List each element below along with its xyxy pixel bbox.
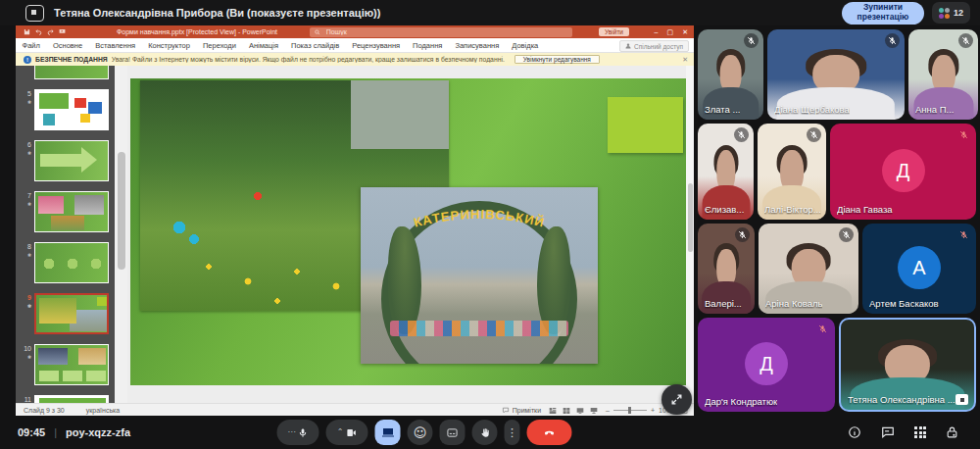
- participant-tile[interactable]: Єлизав...: [698, 124, 754, 220]
- participant-tile[interactable]: Валері...: [698, 224, 755, 314]
- ribbon-tab-5[interactable]: Переходи: [196, 41, 242, 50]
- sign-in-button[interactable]: Увійти: [599, 27, 629, 36]
- participant-tile[interactable]: ААртем Баскаков: [862, 224, 976, 314]
- participant-tile[interactable]: ДДар'я Кондратюк: [698, 318, 835, 412]
- slide-thumbnail-panel: 5✱6✱7✱8✱9✱10✱11✱: [16, 66, 127, 403]
- slideshow-icon: [59, 28, 66, 35]
- close-warning-icon[interactable]: ✕: [682, 56, 688, 64]
- green-accent-square: [608, 97, 683, 153]
- slide-preview[interactable]: [34, 395, 109, 403]
- normal-view-icon[interactable]: [549, 407, 557, 415]
- expand-icon: [670, 393, 683, 406]
- ribbon-tabs: ФайлОсновнеВставленняКонструкторПереходи…: [16, 38, 694, 53]
- slideshow-view-icon[interactable]: [590, 407, 598, 415]
- mic-off-icon: [735, 227, 750, 242]
- participant-name: Діана Гаваза: [837, 204, 893, 215]
- reading-view-icon[interactable]: [576, 407, 584, 415]
- apps-grid-icon: [914, 426, 926, 438]
- slide-sorter-icon[interactable]: [563, 407, 570, 415]
- participant-tile[interactable]: Лалі-Віктор...: [758, 124, 826, 220]
- notes-icon: [502, 407, 510, 414]
- slide-thumbnail-10[interactable]: 10✱: [20, 344, 109, 385]
- thumbnail-scrollbar[interactable]: [115, 66, 127, 403]
- zoom-slider[interactable]: [613, 410, 647, 411]
- slide-thumbnail-7[interactable]: 7✱: [20, 191, 109, 232]
- search-input[interactable]: [324, 27, 567, 36]
- participant-tile[interactable]: Діана Щербакова: [767, 29, 905, 120]
- slide-thumbnail-partial[interactable]: [20, 66, 109, 79]
- meeting-details-button[interactable]: [848, 425, 861, 439]
- slide-number: 9✱: [20, 293, 31, 334]
- slide-scrollbar[interactable]: [686, 66, 694, 403]
- slide-thumbnail-6[interactable]: 6✱: [20, 140, 109, 181]
- expand-presentation-button[interactable]: [662, 384, 692, 415]
- shield-icon: !: [24, 56, 31, 64]
- ribbon-tab-9[interactable]: Подання: [407, 41, 449, 50]
- slide-preview[interactable]: [34, 293, 109, 334]
- end-call-button[interactable]: [527, 420, 572, 445]
- ribbon-tab-2[interactable]: Основне: [46, 41, 88, 50]
- maximize-button[interactable]: ▢: [667, 28, 674, 36]
- meet-top-bar: Тетяна Олександрівна Прибора (Ви (показу…: [0, 0, 980, 25]
- children-group: [390, 321, 568, 336]
- ribbon-tab-1[interactable]: Файл: [16, 41, 46, 50]
- present-screen-button[interactable]: [375, 420, 401, 445]
- camera-options-icon[interactable]: ⌃: [337, 428, 344, 436]
- slide-thumbnail-9[interactable]: 9✱: [20, 293, 109, 334]
- captions-button[interactable]: [440, 420, 466, 445]
- slide-preview[interactable]: [34, 242, 109, 283]
- presentation-title: Тетяна Олександрівна Прибора (Ви (показу…: [54, 7, 380, 19]
- participant-tile[interactable]: Аріна Коваль: [759, 224, 858, 314]
- share-document-button[interactable]: Спільний доступ: [619, 40, 689, 52]
- host-controls-button[interactable]: [946, 425, 958, 439]
- participant-name: Єлизав...: [705, 204, 744, 215]
- ribbon-tab-10[interactable]: Записування: [449, 41, 506, 50]
- close-button[interactable]: ✕: [682, 28, 688, 36]
- participant-tile[interactable]: Анна П...: [908, 29, 978, 120]
- ribbon-tab-8[interactable]: Рецензування: [346, 41, 407, 50]
- children-arch-photo: КАТЕРИНІВСЬКИЙ: [361, 187, 598, 364]
- zoom-in-icon[interactable]: +: [651, 407, 655, 414]
- ribbon-tab-6[interactable]: Анімація: [242, 41, 284, 50]
- slide-preview[interactable]: [34, 89, 109, 130]
- slide-preview[interactable]: [34, 344, 109, 385]
- participants-avatars-icon: [939, 8, 950, 19]
- stop-presentation-button[interactable]: Зупинити презентацію: [842, 2, 924, 25]
- slide-number: 8✱: [20, 242, 31, 283]
- slide-preview[interactable]: [34, 66, 109, 79]
- current-slide: КАТЕРИНІВСЬКИЙ: [130, 78, 686, 385]
- more-options-button[interactable]: ⋮: [505, 420, 520, 445]
- reactions-button[interactable]: ☺: [408, 420, 433, 445]
- participant-tile[interactable]: Тетяна Олександрівна ...: [839, 318, 976, 412]
- raise-hand-button[interactable]: [472, 420, 498, 445]
- participants-count: 12: [954, 8, 963, 18]
- slide-preview[interactable]: [34, 140, 109, 181]
- ribbon-tab-3[interactable]: Вставлення: [89, 41, 142, 50]
- slide-thumbnail-11[interactable]: 11✱: [20, 395, 109, 403]
- powerpoint-title-bar: Форми навчання.pptx [Protected View] - P…: [16, 25, 694, 38]
- participant-tile[interactable]: Злата ...: [698, 29, 763, 120]
- notes-toggle[interactable]: Примітки: [502, 407, 541, 414]
- chat-button[interactable]: [881, 425, 895, 439]
- minimize-button[interactable]: –: [655, 28, 659, 35]
- mic-options-icon[interactable]: ⋯: [288, 428, 296, 436]
- participant-tile[interactable]: ДДіана Гаваза: [830, 124, 976, 220]
- slide-thumbnail-8[interactable]: 8✱: [20, 242, 109, 283]
- camera-button[interactable]: ⌃: [326, 420, 368, 445]
- enable-editing-button[interactable]: Увімкнути редагування: [514, 55, 600, 65]
- search-box[interactable]: [310, 27, 572, 37]
- slide-preview[interactable]: [34, 191, 109, 232]
- ribbon-tab-4[interactable]: Конструктор: [142, 41, 197, 50]
- language-indicator[interactable]: українська: [86, 407, 120, 414]
- microphone-button[interactable]: ⋯: [277, 420, 319, 445]
- ribbon-tab-11[interactable]: Довідка: [506, 41, 545, 50]
- activities-button[interactable]: [914, 426, 926, 438]
- chat-icon: [881, 425, 895, 439]
- quick-access-toolbar[interactable]: [24, 28, 66, 35]
- ribbon-tab-7[interactable]: Показ слайдів: [285, 41, 346, 50]
- participants-grid: Злата ...Діана ЩербаковаАнна П...Єлизав.…: [698, 25, 980, 416]
- zoom-out-icon[interactable]: –: [606, 407, 610, 414]
- search-icon: [315, 29, 320, 35]
- slide-thumbnail-5[interactable]: 5✱: [20, 89, 109, 130]
- participants-count-chip[interactable]: 12: [932, 2, 970, 24]
